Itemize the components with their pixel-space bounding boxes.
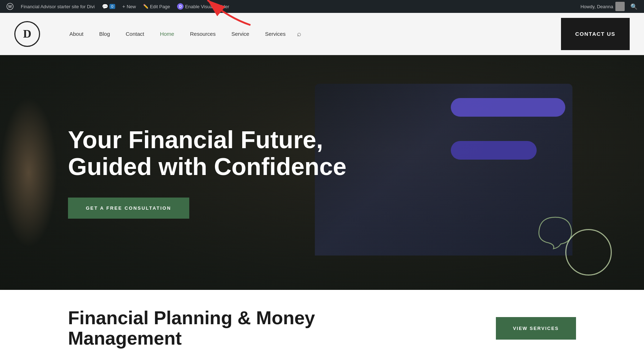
- divi-icon: D: [177, 3, 184, 10]
- user-avatar: [615, 2, 625, 11]
- howdy-section[interactable]: Howdy, Deanna: [580, 2, 625, 11]
- chat-bubble-decoration-1: [451, 98, 565, 117]
- admin-search-icon[interactable]: 🔍: [628, 3, 640, 10]
- red-arrow-annotation: [200, 0, 258, 30]
- navbar: D About Blog Contact Home Resources Serv…: [0, 13, 644, 55]
- chat-bubble-decoration-2: [451, 141, 537, 160]
- nav-search-icon[interactable]: ⌕: [297, 30, 301, 38]
- admin-new[interactable]: + New: [119, 0, 139, 13]
- hero-title: Your Financial Future, Guided with Confi…: [68, 126, 390, 180]
- admin-bar-left: W Financial Advisor starter site for Div…: [4, 0, 580, 13]
- admin-site-name[interactable]: Financial Advisor starter site for Divi: [18, 0, 98, 13]
- site-logo[interactable]: D: [14, 21, 40, 47]
- admin-bar: W Financial Advisor starter site for Div…: [0, 0, 644, 13]
- nav-about[interactable]: About: [62, 13, 91, 55]
- admin-comments[interactable]: 💬 0: [99, 0, 118, 13]
- view-services-button[interactable]: VIEW SERVICES: [496, 317, 576, 340]
- admin-edit-page[interactable]: ✏️ Edit Page: [140, 0, 173, 13]
- nav-services[interactable]: Services: [257, 13, 294, 55]
- nav-home[interactable]: Home: [152, 13, 182, 55]
- nav-links: About Blog Contact Home Resources Servic…: [62, 13, 561, 55]
- svg-text:W: W: [8, 4, 12, 9]
- hero-cta-button[interactable]: GET A FREE CONSULTATION: [68, 198, 189, 219]
- contact-us-button[interactable]: CONTACT US: [561, 18, 630, 50]
- hero-section: Your Financial Future, Guided with Confi…: [0, 55, 644, 290]
- admin-bar-right: Howdy, Deanna 🔍: [580, 2, 640, 11]
- wp-logo-item[interactable]: W: [4, 0, 16, 13]
- hero-content: Your Financial Future, Guided with Confi…: [0, 126, 462, 219]
- decorative-circle: [565, 229, 612, 276]
- bottom-section: Financial Planning & Money Management VI…: [0, 290, 644, 355]
- decorative-speech-shape: [536, 214, 575, 249]
- nav-blog[interactable]: Blog: [91, 13, 118, 55]
- bottom-section-title: Financial Planning & Money Management: [68, 308, 318, 349]
- nav-contact[interactable]: Contact: [118, 13, 152, 55]
